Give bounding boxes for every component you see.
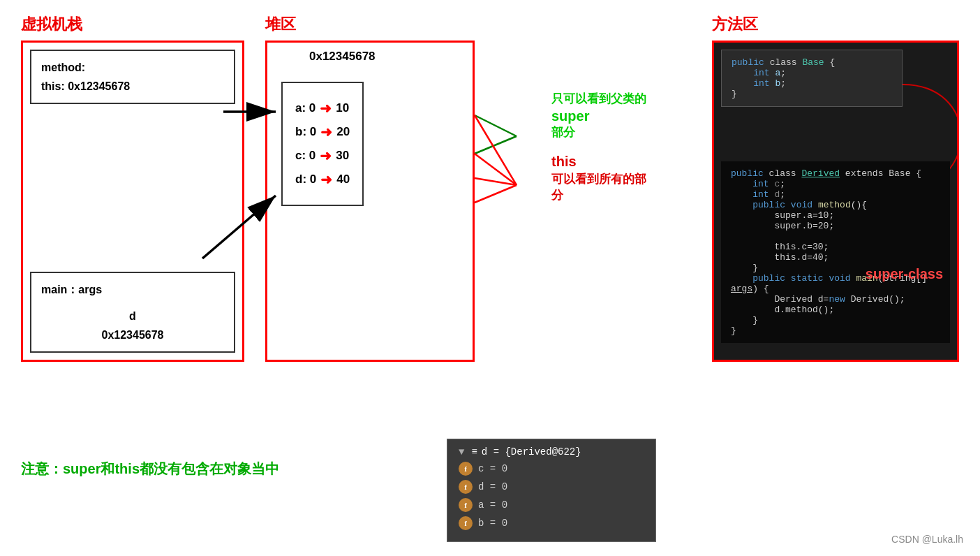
heap-row-d-label: d: 0 (295, 173, 316, 186)
this-annotation: this 可以看到所有的部 分 (551, 154, 646, 203)
debug-row-a: f a = 0 (459, 498, 644, 512)
heap-arrow-d: ➜ (320, 171, 332, 188)
this-label: this (551, 154, 646, 170)
vm-stack-panel: 虚拟机栈 method: this: 0x12345678 main：args … (21, 14, 244, 425)
heap-val-c: 30 (336, 149, 349, 163)
main-line3: 0x12345678 (41, 325, 224, 344)
main-container: 虚拟机栈 method: this: 0x12345678 main：args … (0, 0, 980, 556)
debug-icon-b: f (459, 516, 473, 530)
main-line1: main：args (41, 280, 224, 299)
super-annotation: 只可以看到父类的 super 部分 (551, 91, 646, 140)
super-class-label: super-class (866, 266, 943, 282)
note-area: 注意：super和this都没有包含在对象当中 (21, 439, 279, 478)
method-line2: this: 0x12345678 (41, 77, 224, 96)
main-frame: main：args d 0x12345678 (30, 272, 235, 353)
heap-row-c-label: c: 0 (295, 149, 315, 163)
heap-label: 堆区 (265, 14, 475, 35)
heap-arrow-c: ➜ (320, 147, 332, 164)
main-line2: d (41, 307, 224, 325)
debug-header-text: d = {Derived@622} (482, 446, 581, 458)
svg-line-3 (475, 154, 517, 185)
heap-address: 0x12345678 (309, 50, 376, 64)
heap-row-b-label: b: 0 (295, 125, 316, 139)
this-desc: 可以看到所有的部 (551, 171, 646, 187)
debug-text-c: c = 0 (478, 463, 507, 474)
derived-class-code: public class Derived extends Base { int … (721, 161, 950, 343)
heap-box: 0x12345678 a: 0 ➜ 10 b: 0 ➜ 20 c: 0 ➜ (265, 41, 475, 362)
super-desc2: 部分 (551, 124, 646, 140)
method-box: public class Base { int a; int b; } (712, 41, 959, 362)
annotation-area: 只可以看到父类的 super 部分 this 可以看到所有的部 分 (496, 14, 691, 425)
debug-row-d: f d = 0 (459, 480, 644, 494)
method-label: 方法区 (712, 14, 959, 35)
method-frame: method: this: 0x12345678 (30, 50, 235, 104)
debug-row-b: f b = 0 (459, 516, 644, 530)
method-panel: 方法区 public class Base { int a; int b; } (712, 14, 959, 425)
debug-icon-list: ≡ (471, 446, 477, 458)
heap-row-b: b: 0 ➜ 20 (295, 124, 350, 140)
heap-row-a: a: 0 ➜ 10 (295, 100, 350, 117)
debug-header: ▼ ≡ d = {Derived@622} (459, 446, 644, 458)
method-frame-content: method: this: 0x12345678 (41, 58, 224, 96)
heap-row-d: d: 0 ➜ 40 (295, 171, 350, 188)
heap-inner-box: a: 0 ➜ 10 b: 0 ➜ 20 c: 0 ➜ 30 (281, 82, 364, 206)
heap-row-a-label: a: 0 (295, 101, 315, 115)
debug-icon-a: f (459, 498, 473, 512)
heap-val-a: 10 (336, 101, 349, 115)
debug-text-d: d = 0 (478, 481, 507, 492)
watermark: CSDN @Luka.lh (891, 534, 963, 545)
svg-line-5 (475, 185, 517, 203)
debug-icon-d: f (459, 480, 473, 494)
heap-arrow-b: ➜ (320, 124, 332, 140)
heap-row-c: c: 0 ➜ 30 (295, 147, 350, 164)
only-see-parent: 只可以看到父类的 (551, 91, 646, 107)
bottom-section: 注意：super和this都没有包含在对象当中 ▼ ≡ d = {Derived… (21, 439, 959, 542)
heap-val-d: 40 (336, 173, 350, 186)
debug-text-a: a = 0 (478, 499, 507, 511)
debug-text-b: b = 0 (478, 518, 507, 529)
triangle-icon: ▼ (459, 446, 464, 458)
super-label: super (551, 108, 646, 124)
debug-row-c: f c = 0 (459, 462, 644, 476)
main-frame-content: main：args d 0x12345678 (41, 280, 224, 344)
heap-arrow-a: ➜ (320, 100, 332, 117)
top-section: 虚拟机栈 method: this: 0x12345678 main：args … (21, 14, 959, 425)
method-line1: method: (41, 58, 224, 77)
vm-stack-box: method: this: 0x12345678 main：args d 0x1… (21, 41, 244, 362)
this-desc2: 分 (551, 187, 646, 203)
note-text: 注意：super和this都没有包含在对象当中 (21, 460, 279, 478)
debug-icon-c: f (459, 462, 473, 476)
svg-line-4 (475, 178, 517, 185)
base-class-code: public class Base { int a; int b; } (721, 50, 903, 107)
heap-val-b: 20 (336, 125, 350, 139)
vm-stack-label: 虚拟机栈 (21, 14, 244, 35)
debug-panel: ▼ ≡ d = {Derived@622} f c = 0 f d = 0 f … (447, 439, 656, 542)
heap-panel: 堆区 0x12345678 a: 0 ➜ 10 b: 0 ➜ 20 c: (265, 14, 475, 425)
